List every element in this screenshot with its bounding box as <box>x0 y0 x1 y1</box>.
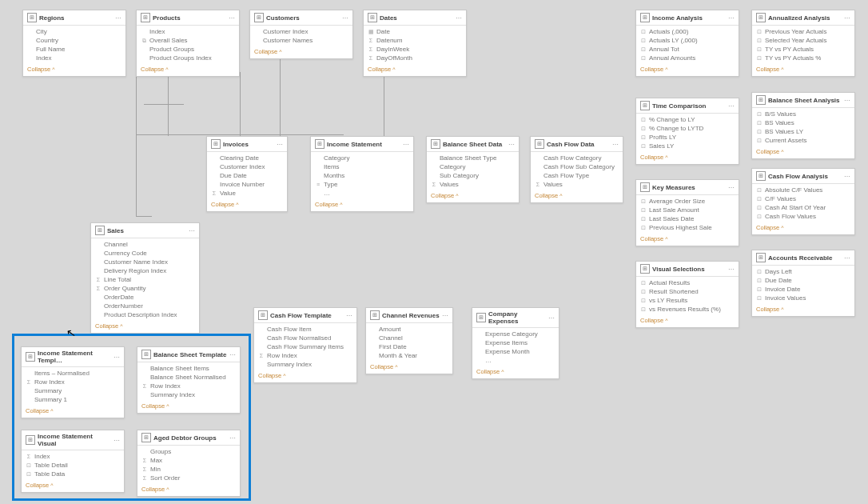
chevron-down-icon[interactable]: ⋯ <box>229 351 236 358</box>
chevron-down-icon[interactable]: ⋯ <box>346 312 352 319</box>
collapse-link[interactable]: Collapse^ <box>364 64 466 76</box>
table-cash-flow-analysis[interactable]: ⊞Cash Flow Analysis⋯ ⊡Absolute C/F Value… <box>751 168 855 235</box>
table-time-comparison[interactable]: ⊞Time Comparison⋯ ⊡% Change to LY ⊡% Cha… <box>635 98 739 165</box>
field-row[interactable]: ⊡Previous Year Actuals <box>752 27 854 36</box>
field-row[interactable]: Balance Sheet Normalised <box>137 373 240 382</box>
table-visual-selections[interactable]: ⊞Visual Selections⋯ ⊡Actual Results ⊡Res… <box>635 261 739 328</box>
field-row[interactable]: Expense Month <box>472 347 559 356</box>
field-row[interactable]: Customer Index <box>250 27 352 36</box>
chevron-down-icon[interactable]: ⋯ <box>189 227 195 234</box>
field-row[interactable]: ⊡Due Date <box>752 276 854 285</box>
field-row[interactable]: First Date <box>366 342 452 351</box>
field-row[interactable]: ΣLine Total <box>91 275 199 284</box>
field-row[interactable]: ⊡Absolute C/F Values <box>752 186 854 194</box>
field-row[interactable]: Cash Flow Category <box>531 154 623 162</box>
table-header[interactable]: ⊞ Income Statement Visual ⋯ <box>22 430 124 450</box>
field-row[interactable]: ⊡Actuals (,000) <box>636 27 739 36</box>
collapse-link[interactable]: Collapse^ <box>254 370 356 382</box>
field-row[interactable]: Amount <box>366 325 452 334</box>
chevron-down-icon[interactable]: ⋯ <box>113 354 120 361</box>
field-row[interactable]: Summary <box>22 386 124 395</box>
collapse-link[interactable]: Collapse^ <box>636 234 739 246</box>
field-row[interactable]: ΣRow Index <box>254 351 356 360</box>
field-row[interactable]: ⊡BS Values <box>752 118 854 127</box>
field-row[interactable]: ΣMax <box>137 456 240 465</box>
chevron-down-icon[interactable]: ⋯ <box>844 14 850 22</box>
table-income-statement-visual[interactable]: ⊞ Income Statement Visual ⋯ ΣIndex ⊡Tabl… <box>21 430 125 493</box>
field-row[interactable]: Delivery Region Index <box>91 266 199 275</box>
table-balance-sheet-analysis[interactable]: ⊞Balance Sheet Analysis⋯ ⊡B/S Values ⊡BS… <box>751 92 855 159</box>
field-row[interactable]: Cash Flow Type <box>531 171 623 180</box>
field-row[interactable]: Invoice Number <box>207 180 287 189</box>
field-row[interactable]: Summary 1 <box>22 395 124 404</box>
field-row[interactable]: ⊡Invoice Date <box>752 285 854 294</box>
field-row[interactable]: ΣValues <box>531 180 623 189</box>
table-header[interactable]: ⊞ Company Expenses ⋯ <box>472 308 559 328</box>
field-row[interactable]: Index <box>23 54 125 62</box>
collapse-link[interactable]: Collapse^ <box>752 222 854 234</box>
chevron-down-icon[interactable]: ⋯ <box>442 312 448 319</box>
field-row[interactable]: ΣSort Order <box>137 474 240 482</box>
chevron-down-icon[interactable]: ⋯ <box>113 437 120 444</box>
table-header[interactable]: ⊞ Balance Sheet Data ⋯ <box>427 137 519 152</box>
table-income-analysis[interactable]: ⊞Income Analysis⋯ ⊡Actuals (,000) ⊡Actua… <box>635 10 739 77</box>
collapse-link[interactable]: Collapse^ <box>531 190 623 202</box>
field-row[interactable]: Due Date <box>207 171 287 180</box>
collapse-link[interactable]: Collapse^ <box>636 64 739 76</box>
collapse-link[interactable]: Collapse^ <box>137 484 240 496</box>
field-row[interactable]: ⧉Overall Sales <box>137 36 239 45</box>
chevron-down-icon[interactable]: ⋯ <box>612 141 619 148</box>
field-row[interactable]: Cash Flow Item <box>254 325 356 334</box>
collapse-link[interactable]: Collapse^ <box>22 480 124 492</box>
chevron-down-icon[interactable]: ⋯ <box>728 266 735 273</box>
field-row[interactable]: ⊡Table Data <box>22 470 124 478</box>
field-row[interactable]: ⊡Invoice Values <box>752 294 854 302</box>
table-header[interactable]: ⊞ Cash Flow Template ⋯ <box>254 308 356 323</box>
table-channel-revenues[interactable]: ⊞ Channel Revenues ⋯ Amount Channel Firs… <box>365 307 453 374</box>
field-row[interactable]: Sub Category <box>427 171 519 180</box>
table-header[interactable]: ⊞ Balance Sheet Template ⋯ <box>137 347 240 362</box>
table-header[interactable]: ⊞Key Measures⋯ <box>636 180 739 195</box>
field-row[interactable]: ⊡vs Revenues Results (%) <box>636 305 739 314</box>
collapse-link[interactable]: Collapse^ <box>752 64 854 76</box>
field-row[interactable]: ⊡Last Sale Amount <box>636 206 739 214</box>
table-products[interactable]: ⊞ Products ⋯ Index ⧉Overall Sales Produc… <box>136 10 240 77</box>
field-row[interactable]: ΣValues <box>427 180 519 189</box>
chevron-down-icon[interactable]: ⋯ <box>728 14 735 22</box>
chevron-down-icon[interactable]: ⋯ <box>844 173 850 180</box>
field-row[interactable]: Expense Category <box>472 330 559 338</box>
field-row[interactable]: ΣOrder Quantity <box>91 284 199 293</box>
model-canvas[interactable]: ⊞ Regions ⋯ City Country Full Name Index… <box>0 0 868 504</box>
collapse-link[interactable]: Collapse^ <box>636 315 739 327</box>
table-header[interactable]: ⊞Accounts Receivable⋯ <box>752 250 854 266</box>
field-row[interactable]: ⊡Table Detail <box>22 461 124 470</box>
chevron-down-icon[interactable]: ⋯ <box>548 314 555 322</box>
field-row[interactable]: Category <box>311 154 413 162</box>
table-accounts-receivable[interactable]: ⊞Accounts Receivable⋯ ⊡Days Left ⊡Due Da… <box>751 250 855 317</box>
table-sales[interactable]: ⊞ Sales ⋯ Channel Currency Code Customer… <box>90 222 200 334</box>
field-row[interactable]: Channel <box>366 334 452 342</box>
collapse-link[interactable]: Collapse^ <box>137 401 240 413</box>
field-row[interactable]: Groups <box>137 447 240 456</box>
collapse-link[interactable]: Collapse^ <box>752 304 854 316</box>
table-header[interactable]: ⊞ Regions ⋯ <box>23 10 125 26</box>
table-aged-debtor-groups[interactable]: ⊞ Aged Debtor Groups ⋯ Groups ΣMax ΣMin … <box>137 430 241 497</box>
field-row[interactable]: ⊡% Change to LY <box>636 115 739 124</box>
collapse-link[interactable]: Collapse^ <box>137 64 239 76</box>
table-cash-flow-data[interactable]: ⊞ Cash Flow Data ⋯ Cash Flow Category Ca… <box>530 136 623 203</box>
field-row[interactable]: ΣRow Index <box>137 382 240 390</box>
field-row[interactable]: ⊡Selected Year Actuals <box>752 36 854 45</box>
field-row[interactable]: ⊡Average Order Size <box>636 197 739 206</box>
field-row[interactable]: ⊡vs LY Results <box>636 296 739 305</box>
field-row[interactable]: Country <box>23 36 125 45</box>
field-row[interactable]: ⊡Previous Highest Sale <box>636 223 739 232</box>
field-row[interactable]: ⊡Actual Results <box>636 278 739 287</box>
chevron-down-icon[interactable]: ⋯ <box>229 14 235 22</box>
field-row[interactable]: ΣMin <box>137 465 240 474</box>
collapse-link[interactable]: Collapse^ <box>250 46 352 58</box>
chevron-down-icon[interactable]: ⋯ <box>728 102 735 110</box>
field-row[interactable]: ⊡B/S Values <box>752 110 854 118</box>
field-row[interactable]: Items <box>311 162 413 171</box>
field-row[interactable]: Expense Items <box>472 338 559 347</box>
chevron-down-icon[interactable]: ⋯ <box>115 14 121 22</box>
